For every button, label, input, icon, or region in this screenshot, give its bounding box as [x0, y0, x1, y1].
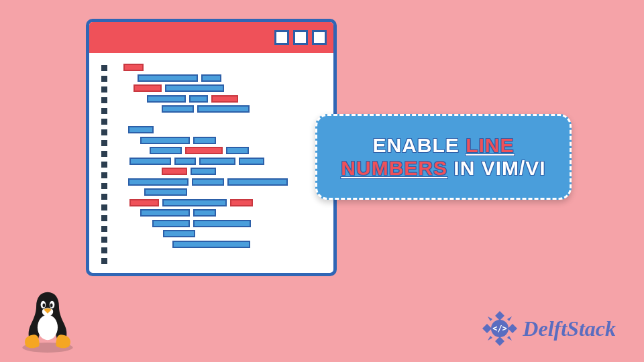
window-max-icon	[293, 30, 308, 45]
gutter-dot	[101, 162, 107, 168]
code-line	[117, 105, 325, 113]
title-badge: ENABLE LINE NUMBERS IN VIM/VI	[315, 114, 572, 200]
gutter-dot	[101, 247, 107, 253]
brand: </> DelftStack	[481, 310, 616, 347]
window-min-icon	[274, 30, 289, 45]
code-segment	[117, 168, 158, 175]
code-segment	[185, 147, 223, 154]
code-segment	[189, 95, 208, 103]
gutter-dot	[101, 183, 107, 189]
code-line	[117, 158, 325, 165]
code-segment	[117, 84, 130, 92]
gutter-dot	[101, 97, 107, 103]
code-segment	[128, 178, 189, 186]
code-segment	[129, 158, 171, 165]
badge-line-1: ENABLE LINE	[372, 134, 514, 157]
code-segment	[174, 158, 196, 165]
code-segment	[117, 74, 134, 82]
code-line	[117, 64, 325, 71]
code-segment	[147, 95, 186, 103]
code-line	[117, 220, 325, 227]
gutter-dot	[101, 172, 107, 178]
gutter-dot	[101, 215, 107, 221]
gutter-dot	[101, 108, 107, 114]
gutter-dot	[101, 237, 107, 243]
window-close-icon	[312, 30, 327, 45]
code-line	[117, 178, 325, 186]
gutter-dot	[101, 119, 107, 125]
code-segment	[197, 105, 250, 113]
code-line	[117, 95, 325, 103]
code-segment	[117, 199, 126, 206]
code-area	[89, 53, 333, 272]
code-segment	[117, 220, 149, 227]
code-segment	[199, 158, 235, 165]
code-line	[117, 209, 325, 217]
code-segment	[140, 209, 190, 217]
badge-text: ENABLE	[372, 134, 466, 156]
code-segment	[117, 147, 146, 154]
gutter-dot	[101, 204, 107, 210]
code-segment	[117, 137, 137, 144]
code-segment	[144, 188, 187, 196]
gutter-dot	[101, 226, 107, 232]
svg-point-1	[38, 315, 58, 341]
gutter-dot	[101, 65, 107, 71]
code-segment	[133, 84, 162, 92]
code-segment	[193, 209, 216, 217]
code-segment	[165, 84, 224, 92]
code-segment	[138, 74, 198, 82]
code-segment	[162, 168, 187, 175]
tux-linux-icon	[16, 287, 79, 354]
code-segment	[117, 105, 158, 113]
code-segment	[162, 105, 194, 113]
svg-point-4	[42, 304, 45, 308]
code-line	[117, 137, 325, 144]
code-segment	[128, 126, 154, 133]
code-segment	[117, 230, 160, 237]
code-segment	[239, 158, 264, 165]
code-segment	[162, 199, 227, 206]
badge-text: IN VIM/VI	[447, 157, 546, 179]
code-segment	[201, 74, 221, 82]
gutter-dot	[101, 194, 107, 200]
code-segment	[140, 137, 190, 144]
code-segment	[129, 199, 159, 206]
code-segment	[117, 188, 141, 196]
code-line	[117, 84, 325, 92]
code-segment	[117, 241, 169, 248]
code-lines	[117, 64, 325, 264]
code-segment	[211, 95, 238, 103]
code-segment	[117, 209, 137, 217]
gutter-dot	[101, 129, 107, 135]
code-line	[117, 199, 325, 206]
code-segment	[150, 147, 182, 154]
code-segment	[192, 178, 224, 186]
titlebar	[89, 22, 333, 53]
code-segment	[193, 137, 216, 144]
code-segment	[230, 199, 253, 206]
code-segment	[117, 158, 126, 165]
code-segment	[117, 126, 125, 133]
code-line	[117, 74, 325, 82]
svg-text:</>: </>	[493, 324, 508, 333]
gutter-dot	[101, 258, 107, 264]
code-segment	[163, 230, 195, 237]
badge-line-2: NUMBERS IN VIM/VI	[341, 157, 545, 180]
code-line	[117, 126, 325, 133]
badge-highlight: LINE	[466, 134, 514, 156]
code-line	[117, 168, 325, 175]
gutter-dot	[101, 140, 107, 146]
gutter-dot	[101, 76, 107, 82]
code-segment	[117, 178, 125, 186]
line-number-gutter	[101, 64, 107, 264]
code-segment	[191, 168, 216, 175]
code-segment	[172, 241, 250, 248]
code-line	[117, 230, 325, 237]
code-segment	[117, 95, 144, 103]
code-segment	[193, 220, 251, 227]
code-line	[117, 241, 325, 248]
code-segment	[226, 147, 249, 154]
badge-highlight: NUMBERS	[341, 157, 447, 179]
code-segment	[123, 64, 144, 71]
